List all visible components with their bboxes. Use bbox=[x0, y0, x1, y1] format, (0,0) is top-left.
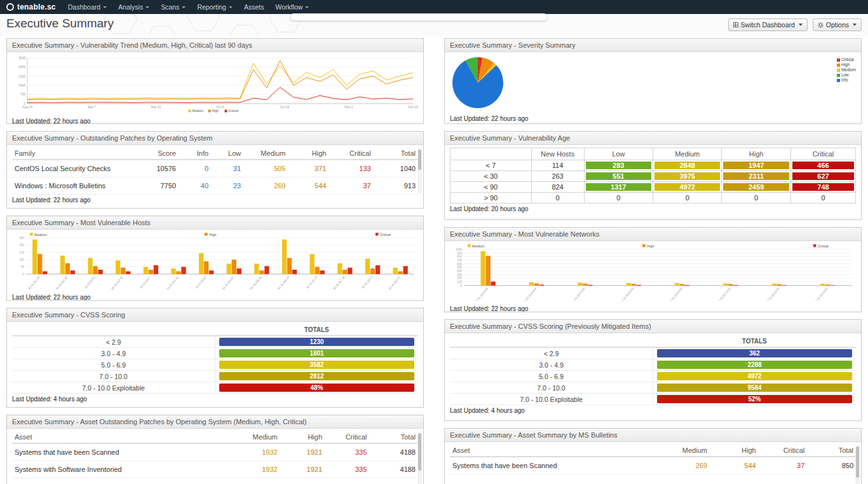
table-cell[interactable]: 0 bbox=[653, 193, 721, 204]
global-search-input[interactable] bbox=[290, 13, 548, 21]
table-cell[interactable]: 335 bbox=[325, 461, 369, 478]
table-cell[interactable]: Systems that have been Scanned bbox=[450, 457, 661, 474]
panel-header[interactable]: Executive Summary - Vulnerability Trend … bbox=[7, 39, 423, 52]
most-vulnerable-networks-chart[interactable]: 0100200300400500600700800900100010.31.11… bbox=[450, 244, 856, 303]
column-header[interactable]: Total bbox=[369, 431, 418, 443]
table-row[interactable]: CentOS Local Security Checks105760315053… bbox=[12, 160, 418, 177]
table-cell[interactable]: 850 bbox=[807, 457, 856, 474]
column-header[interactable]: Critical bbox=[790, 148, 855, 160]
table-cell[interactable]: 4188 bbox=[369, 461, 418, 478]
table-cell[interactable]: 40 bbox=[179, 177, 211, 195]
panel-header[interactable]: Executive Summary - CVSS Scoring bbox=[7, 308, 423, 322]
table-row[interactable]: Windows : Microsoft Bulletins77504023269… bbox=[12, 177, 418, 195]
column-header[interactable]: Critical bbox=[329, 148, 373, 160]
cvss-total-bar[interactable]: 2812 bbox=[219, 372, 414, 380]
table-cell[interactable]: 505 bbox=[243, 160, 288, 177]
column-header[interactable]: Medium bbox=[653, 148, 721, 160]
table-row[interactable]: < 90824131749722459748 bbox=[451, 182, 856, 193]
panel-header[interactable]: Executive Summary - Asset Outstanding Pa… bbox=[7, 415, 423, 429]
table-cell[interactable]: 1921 bbox=[280, 443, 325, 461]
column-header[interactable]: Medium bbox=[243, 148, 288, 160]
table-cell[interactable]: 10576 bbox=[134, 160, 179, 177]
table-cell[interactable]: < 30 bbox=[451, 171, 532, 182]
cvss-total-bar[interactable]: 1230 bbox=[219, 338, 414, 346]
table-cell[interactable]: 2848 bbox=[653, 160, 721, 171]
table-scrollbar[interactable] bbox=[417, 432, 422, 484]
table-cell[interactable]: 37 bbox=[759, 457, 808, 474]
cvss-row[interactable]: < 2.9362 bbox=[450, 347, 856, 359]
column-header[interactable]: New Hosts bbox=[531, 148, 584, 160]
table-cell[interactable]: 1932 bbox=[235, 443, 280, 461]
column-header[interactable]: Total bbox=[374, 148, 418, 160]
table-cell[interactable]: 627 bbox=[790, 171, 855, 182]
table-cell[interactable]: 1317 bbox=[584, 182, 653, 193]
column-header[interactable]: Total bbox=[807, 445, 856, 457]
table-cell[interactable]: 0 bbox=[179, 160, 211, 177]
table-cell[interactable]: 748 bbox=[790, 182, 855, 193]
table-cell[interactable]: 824 bbox=[531, 182, 584, 193]
nav-item-analysis[interactable]: Analysis bbox=[112, 0, 155, 14]
panel-header[interactable]: Executive Summary - Most Vulnerable Netw… bbox=[445, 228, 861, 241]
table-cell[interactable]: 335 bbox=[325, 443, 369, 461]
table-cell[interactable]: CentOS Local Security Checks bbox=[12, 160, 134, 177]
table-row[interactable]: Systems that have been Scanned1932192133… bbox=[12, 443, 418, 461]
column-header[interactable]: Info bbox=[179, 148, 211, 160]
table-cell[interactable]: 1921 bbox=[280, 461, 325, 478]
table-cell[interactable]: 37 bbox=[329, 177, 373, 195]
table-cell[interactable]: 283 bbox=[584, 160, 653, 171]
column-header[interactable]: Low bbox=[584, 148, 653, 160]
column-header[interactable]: High bbox=[288, 148, 329, 160]
table-cell[interactable]: 3975 bbox=[653, 171, 721, 182]
cvss-row[interactable]: 3.0 - 4.91801 bbox=[12, 348, 418, 359]
cvss-total-bar[interactable]: 1801 bbox=[219, 349, 414, 357]
table-row[interactable]: < 3026355139752311627 bbox=[451, 171, 856, 182]
cvss-total-bar[interactable]: 4972 bbox=[657, 372, 852, 380]
table-cell[interactable]: 31 bbox=[211, 160, 243, 177]
table-cell[interactable]: Systems with Software Inventoried bbox=[12, 461, 235, 478]
column-header[interactable]: Family bbox=[12, 148, 134, 160]
table-cell[interactable]: 2311 bbox=[722, 171, 790, 182]
table-cell[interactable]: 1932 bbox=[235, 461, 280, 478]
column-header[interactable]: High bbox=[722, 148, 790, 160]
table-row[interactable]: Systems with Software Inventoried1932192… bbox=[12, 461, 418, 478]
nav-item-dashboard[interactable]: Dashboard bbox=[62, 0, 112, 14]
table-cell[interactable]: 7750 bbox=[134, 177, 179, 195]
table-cell[interactable]: 269 bbox=[243, 177, 288, 195]
cvss-total-bar[interactable]: 362 bbox=[657, 349, 852, 357]
table-cell[interactable]: 0 bbox=[790, 193, 855, 204]
cvss-total-bar[interactable]: 48% bbox=[219, 384, 414, 392]
nav-item-assets[interactable]: Assets bbox=[238, 0, 270, 14]
cvss-row[interactable]: 7.0 - 10.0 Exploitable52% bbox=[450, 394, 856, 405]
severity-summary-pie-chart[interactable] bbox=[450, 55, 856, 113]
table-cell[interactable]: 269 bbox=[661, 457, 710, 474]
table-row[interactable]: Systems that have been Scanned2695443785… bbox=[450, 457, 856, 474]
nav-item-scans[interactable]: Scans bbox=[155, 0, 191, 14]
table-scrollbar[interactable] bbox=[855, 445, 860, 484]
column-header[interactable]: Asset bbox=[12, 431, 235, 443]
column-header[interactable]: Score bbox=[134, 148, 179, 160]
table-cell[interactable]: 913 bbox=[374, 177, 418, 195]
table-row[interactable]: > 9000000 bbox=[451, 193, 856, 204]
nav-item-reporting[interactable]: Reporting bbox=[191, 0, 238, 14]
column-header[interactable]: Low bbox=[211, 148, 243, 160]
table-cell[interactable]: 0 bbox=[531, 193, 584, 204]
table-cell[interactable]: 4972 bbox=[653, 182, 721, 193]
panel-header[interactable]: Executive Summary - CVSS Scoring (Previo… bbox=[445, 320, 861, 333]
table-cell[interactable]: 1947 bbox=[722, 160, 790, 171]
table-cell[interactable]: 2459 bbox=[722, 182, 790, 193]
panel-header[interactable]: Executive Summary - Asset Summary by MS … bbox=[445, 429, 861, 442]
column-header[interactable]: Medium bbox=[661, 445, 710, 457]
table-cell[interactable]: 0 bbox=[584, 193, 653, 204]
cvss-total-bar[interactable]: 2288 bbox=[657, 361, 852, 369]
nav-item-workflow[interactable]: Workflow bbox=[269, 0, 315, 14]
cvss-total-bar[interactable]: 52% bbox=[657, 395, 852, 403]
vulnerability-trend-chart[interactable]: 07001400210028003500Aug 24Sep 7Sep 21Oct… bbox=[12, 55, 418, 116]
table-cell[interactable]: 466 bbox=[790, 160, 855, 171]
panel-header[interactable]: Executive Summary - Most Vulnerable Host… bbox=[7, 216, 423, 230]
column-header[interactable]: High bbox=[280, 431, 325, 443]
cvss-row[interactable]: < 2.91230 bbox=[12, 336, 418, 348]
table-scrollbar[interactable] bbox=[417, 148, 422, 194]
table-cell[interactable]: < 7 bbox=[451, 160, 532, 171]
cvss-row[interactable]: 7.0 - 10.09584 bbox=[450, 382, 856, 394]
cvss-row[interactable]: 7.0 - 10.0 Exploitable48% bbox=[12, 382, 418, 394]
